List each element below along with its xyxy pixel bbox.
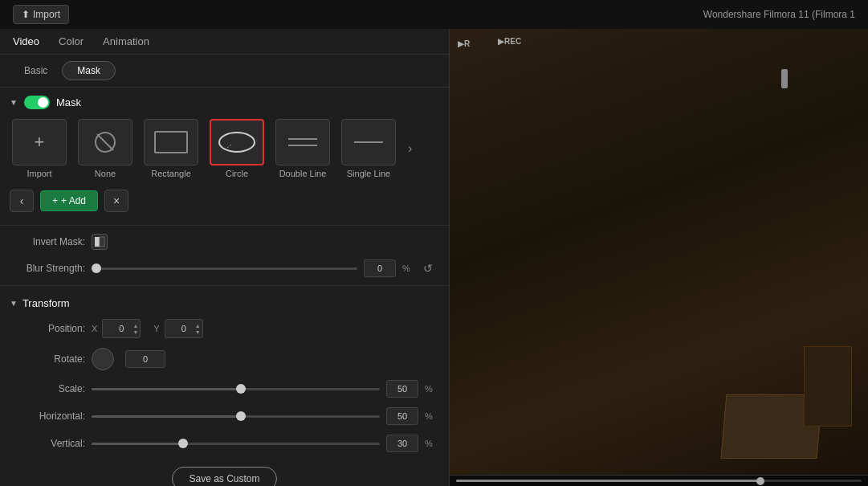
horizontal-value[interactable]: 50 bbox=[386, 407, 418, 425]
y-arrows: ▲ ▼ bbox=[195, 323, 201, 335]
rotate-value[interactable]: 0 bbox=[125, 350, 165, 368]
scale-label: Scale: bbox=[13, 383, 85, 394]
title-bar-left: ⬆ Import bbox=[13, 5, 69, 24]
scale-row: Scale: 50 % bbox=[0, 375, 449, 402]
y-down[interactable]: ▼ bbox=[195, 329, 201, 335]
shape-circle[interactable]: Circle bbox=[207, 119, 267, 178]
timeline-bar bbox=[450, 475, 868, 486]
shape-single-line-label: Single Line bbox=[347, 169, 390, 178]
scale-slider-track[interactable] bbox=[92, 388, 380, 390]
sub-tab-mask[interactable]: Mask bbox=[62, 61, 116, 80]
mask-collapse-chevron[interactable]: ▼ bbox=[10, 98, 18, 107]
shape-circle-label: Circle bbox=[226, 169, 248, 178]
blur-reset-button[interactable]: ↺ bbox=[420, 262, 436, 275]
svg-point-3 bbox=[219, 133, 255, 152]
vertical-slider-thumb[interactable] bbox=[178, 439, 188, 448]
vertical-slider-track[interactable] bbox=[92, 443, 380, 445]
skater-figure bbox=[781, 69, 788, 88]
blur-slider-track[interactable] bbox=[92, 268, 357, 270]
blur-slider-thumb[interactable] bbox=[92, 263, 101, 273]
horizontal-label: Horizontal: bbox=[13, 410, 85, 422]
horizontal-slider-thumb[interactable] bbox=[236, 411, 246, 421]
scale-slider-fill bbox=[92, 388, 236, 390]
upload-icon: ⬆ bbox=[22, 9, 30, 20]
tab-row: Video Color Animation bbox=[0, 29, 449, 55]
progress-track[interactable] bbox=[456, 480, 862, 482]
rectangle-icon bbox=[153, 130, 189, 154]
invert-mask-row: Invert Mask: bbox=[0, 229, 449, 255]
double-line-icon bbox=[287, 131, 319, 153]
svg-line-4 bbox=[227, 145, 231, 148]
scale-unit: % bbox=[425, 384, 436, 394]
shape-none-label: None bbox=[95, 169, 116, 178]
position-row: Position: X 0 ▲ ▼ Y 0 ▲ bbox=[0, 314, 449, 343]
x-value: 0 bbox=[119, 324, 124, 333]
x-input[interactable]: 0 ▲ ▼ bbox=[102, 319, 141, 338]
svg-rect-2 bbox=[155, 132, 187, 153]
tab-color[interactable]: Color bbox=[55, 34, 87, 49]
add-button[interactable]: + + Add bbox=[40, 190, 98, 211]
single-line-icon bbox=[352, 131, 385, 153]
shape-single-line[interactable]: Single Line bbox=[339, 119, 398, 178]
svg-rect-8 bbox=[95, 237, 100, 247]
horizontal-unit: % bbox=[425, 411, 436, 421]
vertical-slider-container: 30 % bbox=[92, 435, 436, 452]
horizontal-slider-fill bbox=[92, 415, 236, 418]
blur-value[interactable]: 0 bbox=[364, 259, 396, 277]
progress-fill bbox=[456, 480, 760, 482]
y-input[interactable]: 0 ▲ ▼ bbox=[165, 319, 203, 338]
prev-button[interactable]: ‹ bbox=[10, 190, 34, 212]
main-content: Video Color Animation Basic Mask ▼ Mask … bbox=[0, 29, 868, 486]
import-button[interactable]: ⬆ Import bbox=[13, 5, 69, 24]
svg-text:▶REC: ▶REC bbox=[458, 39, 471, 48]
x-up[interactable]: ▲ bbox=[132, 323, 138, 329]
rec-icon: ▶REC bbox=[458, 37, 471, 50]
position-label: Position: bbox=[13, 323, 85, 334]
divider-2 bbox=[0, 285, 449, 286]
shapes-scroll-right[interactable]: › bbox=[405, 141, 415, 156]
vertical-value[interactable]: 30 bbox=[386, 435, 418, 452]
invert-icon bbox=[94, 236, 105, 247]
scale-slider-container: 50 % bbox=[92, 380, 436, 398]
svg-line-1 bbox=[97, 134, 113, 150]
shape-none[interactable]: None bbox=[75, 119, 135, 178]
ramp-shape-2 bbox=[804, 346, 852, 427]
rec-badge-2: ▶REC bbox=[498, 37, 521, 46]
ellipse-icon bbox=[217, 130, 257, 154]
next-button[interactable]: × bbox=[104, 190, 128, 212]
video-preview: ▶REC ▶REC bbox=[450, 29, 868, 475]
panel-body: ▼ Mask + Import bbox=[0, 88, 449, 486]
y-axis-label: Y bbox=[153, 324, 159, 333]
x-down[interactable]: ▼ bbox=[132, 329, 138, 335]
svg-rect-9 bbox=[100, 237, 104, 247]
shape-circle-box bbox=[210, 119, 264, 165]
shape-import-label: Import bbox=[26, 169, 51, 178]
left-panel: Video Color Animation Basic Mask ▼ Mask … bbox=[0, 29, 450, 486]
blur-strength-label: Blur Strength: bbox=[13, 263, 85, 274]
rotate-label: Rotate: bbox=[13, 353, 85, 365]
save-custom-button[interactable]: Save as Custom bbox=[172, 467, 276, 486]
scale-slider-thumb[interactable] bbox=[236, 384, 246, 394]
horizontal-slider-track[interactable] bbox=[92, 415, 380, 418]
rotate-toggle[interactable] bbox=[92, 348, 114, 370]
shape-import[interactable]: + Import bbox=[10, 119, 69, 178]
add-row: ‹ + + Add × bbox=[0, 185, 449, 222]
shape-double-line-box bbox=[275, 119, 330, 165]
shape-rectangle[interactable]: Rectangle bbox=[141, 119, 201, 178]
y-up[interactable]: ▲ bbox=[195, 323, 201, 329]
mask-toggle[interactable] bbox=[24, 96, 50, 109]
tab-animation[interactable]: Animation bbox=[100, 34, 153, 49]
invert-mask-checkbox[interactable] bbox=[92, 234, 108, 250]
transform-title: Transform bbox=[22, 297, 70, 309]
sub-tab-basic[interactable]: Basic bbox=[10, 62, 62, 80]
transform-header[interactable]: ▼ Transform bbox=[0, 289, 449, 314]
divider-1 bbox=[0, 225, 449, 226]
shape-double-line[interactable]: Double Line bbox=[273, 119, 332, 178]
progress-thumb[interactable] bbox=[756, 477, 764, 485]
blur-slider-container: 0 % bbox=[92, 259, 414, 277]
rec-badge: ▶REC bbox=[458, 37, 471, 50]
vertical-label: Vertical: bbox=[13, 438, 85, 449]
tab-video[interactable]: Video bbox=[10, 34, 43, 49]
scale-value[interactable]: 50 bbox=[386, 380, 418, 398]
shape-import-box: + bbox=[12, 119, 67, 165]
